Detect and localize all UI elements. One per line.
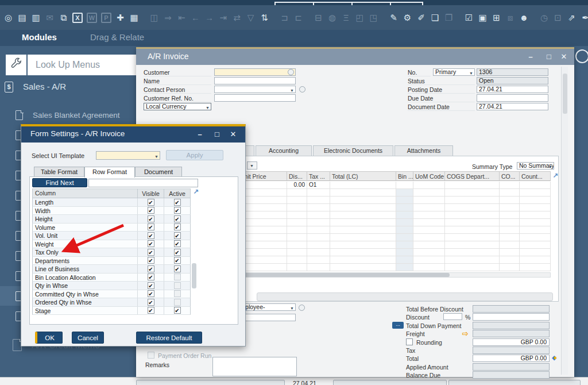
settings-row-length[interactable]: Length✔✔ xyxy=(32,198,191,207)
grid-cell[interactable] xyxy=(330,197,396,204)
grid-cell[interactable] xyxy=(500,219,520,226)
active-checkbox[interactable]: ✔ xyxy=(174,240,181,247)
grid-cell[interactable] xyxy=(287,256,307,264)
menu-search-input[interactable]: Look Up Menus xyxy=(28,55,137,75)
rounding-field[interactable]: GBP 0.00 xyxy=(473,338,550,346)
grid-cell[interactable] xyxy=(396,264,413,271)
messages-icon[interactable]: ❏ xyxy=(429,11,441,24)
grid-cell[interactable] xyxy=(520,264,551,271)
grid-cell[interactable] xyxy=(330,219,396,226)
grid-cell[interactable] xyxy=(307,211,330,219)
grid-cell[interactable] xyxy=(413,256,445,264)
grid-row[interactable] xyxy=(238,264,551,271)
sidebar-section-sales-ar[interactable]: Sales - A/R xyxy=(23,82,66,91)
grid-cell[interactable] xyxy=(500,197,520,204)
grid-cell[interactable] xyxy=(287,234,307,241)
grid-cell[interactable] xyxy=(307,204,330,211)
grid-row[interactable] xyxy=(238,211,551,219)
form-settings-titlebar[interactable]: Form Settings - A/R Invoice – □ ✕ xyxy=(21,126,245,143)
grid-row[interactable] xyxy=(238,204,551,211)
expand-grid-icon[interactable]: ↗ xyxy=(552,172,558,180)
vertical-scrollbar[interactable] xyxy=(561,67,568,375)
visible-checkbox[interactable]: ✔ xyxy=(148,282,154,289)
grid-column-header[interactable]: CO... xyxy=(500,171,520,181)
grid-cell[interactable] xyxy=(396,234,413,241)
tab-accounting[interactable]: Accounting xyxy=(256,145,312,156)
restore-default-button[interactable]: Restore Default xyxy=(136,332,202,344)
print-sequence-icon[interactable]: ▥ xyxy=(30,11,42,24)
choose-employee-icon[interactable] xyxy=(299,305,305,311)
due-date-field[interactable] xyxy=(477,94,548,102)
grid-row[interactable] xyxy=(238,226,551,234)
posting-date-field[interactable]: 27.04.21 xyxy=(477,86,548,93)
customer-field[interactable] xyxy=(214,68,296,76)
choose-contact-icon[interactable] xyxy=(299,86,305,93)
active-checkbox[interactable]: ✔ xyxy=(174,307,181,314)
grid-cell[interactable] xyxy=(307,256,330,264)
user-icon[interactable]: ☻ xyxy=(518,11,530,24)
ar-invoice-titlebar[interactable]: A/R Invoice – □ ✕ xyxy=(136,49,574,65)
visible-checkbox[interactable]: ✔ xyxy=(148,207,154,214)
grid-cell[interactable] xyxy=(307,197,330,204)
visible-checkbox[interactable]: ✔ xyxy=(148,290,154,297)
grid-row[interactable] xyxy=(238,189,551,197)
grid-cell[interactable] xyxy=(500,241,520,249)
settings-row-bin-location-allocation[interactable]: Bin Location Allocation✔ xyxy=(32,274,191,282)
grid-cell[interactable] xyxy=(413,226,445,234)
grid-cell[interactable] xyxy=(413,211,445,219)
grid-cell[interactable] xyxy=(413,197,445,204)
settings-row-vol-unit[interactable]: Vol. Unit✔✔ xyxy=(32,232,191,240)
grid-cell[interactable]: 0.00 xyxy=(287,182,307,189)
grid-cell[interactable] xyxy=(520,189,551,197)
ok-button[interactable]: OK xyxy=(35,332,63,344)
grid-cell[interactable] xyxy=(307,219,330,226)
active-checkbox[interactable]: ✔ xyxy=(174,257,181,264)
calculator-icon[interactable]: ⊞ xyxy=(490,11,502,24)
visible-checkbox[interactable]: ✔ xyxy=(148,215,154,222)
minimize-icon[interactable]: – xyxy=(525,52,536,61)
grid-cell[interactable] xyxy=(445,219,500,226)
settings-row-width[interactable]: Width✔✔ xyxy=(32,207,191,215)
settings-row-qty-in-whse[interactable]: Qty in Whse✔ xyxy=(32,282,191,290)
grid-cell[interactable] xyxy=(287,211,307,219)
sort-icon[interactable]: ⇅ xyxy=(258,11,270,24)
grid-cell[interactable] xyxy=(520,197,551,204)
grid-cell[interactable] xyxy=(413,264,445,271)
settings-row-volume[interactable]: Volume✔✔ xyxy=(32,224,191,232)
grid-cell[interactable] xyxy=(445,234,500,241)
grid-cell[interactable] xyxy=(396,226,413,234)
active-checkbox[interactable]: ✔ xyxy=(174,249,181,256)
grid-cell[interactable] xyxy=(520,249,551,256)
help-circle-icon[interactable] xyxy=(575,49,588,63)
horizontal-scrollbar[interactable] xyxy=(238,272,551,278)
grid-cell[interactable] xyxy=(445,241,500,249)
grid-cell[interactable] xyxy=(307,234,330,241)
active-checkbox[interactable]: ✔ xyxy=(174,207,181,214)
grid-row[interactable] xyxy=(238,256,551,264)
settings-row-tax-only[interactable]: Tax Only✔✔ xyxy=(32,248,191,257)
active-checkbox[interactable]: ✔ xyxy=(174,199,181,206)
tab-table-format[interactable]: Table Format xyxy=(34,167,84,177)
contact-person-dropdown[interactable]: ▼ xyxy=(214,86,296,93)
grid-cell[interactable] xyxy=(445,226,500,234)
export-excel-icon[interactable]: X xyxy=(72,13,83,23)
grid-cell[interactable] xyxy=(330,226,396,234)
table-scrollbar-thumb[interactable] xyxy=(192,263,196,288)
freight-link-arrow-icon[interactable]: ⇨ xyxy=(462,329,469,338)
grid-cell[interactable] xyxy=(520,182,551,189)
grid-cell[interactable] xyxy=(445,197,500,204)
grid-cell[interactable] xyxy=(307,241,330,249)
line-items-grid[interactable]: Unit PriceDis...Tax ...Total (LC)Bin ...… xyxy=(238,171,551,271)
visible-checkbox[interactable]: ✔ xyxy=(148,249,154,256)
grid-row[interactable] xyxy=(238,249,551,256)
grid-cell[interactable] xyxy=(500,204,520,211)
down-payment-dots-button[interactable]: ... xyxy=(392,322,404,329)
close-icon[interactable]: ✕ xyxy=(228,130,238,139)
tab-row-format[interactable]: Row Format xyxy=(84,167,135,178)
approved-doc-icon[interactable]: ☑ xyxy=(463,11,475,24)
active-checkbox[interactable]: ✔ xyxy=(174,215,181,222)
grid-cell[interactable] xyxy=(307,189,330,197)
find-next-button[interactable]: Find Next xyxy=(32,178,87,187)
visible-checkbox[interactable]: ✔ xyxy=(148,299,154,306)
grid-cell[interactable] xyxy=(307,249,330,256)
